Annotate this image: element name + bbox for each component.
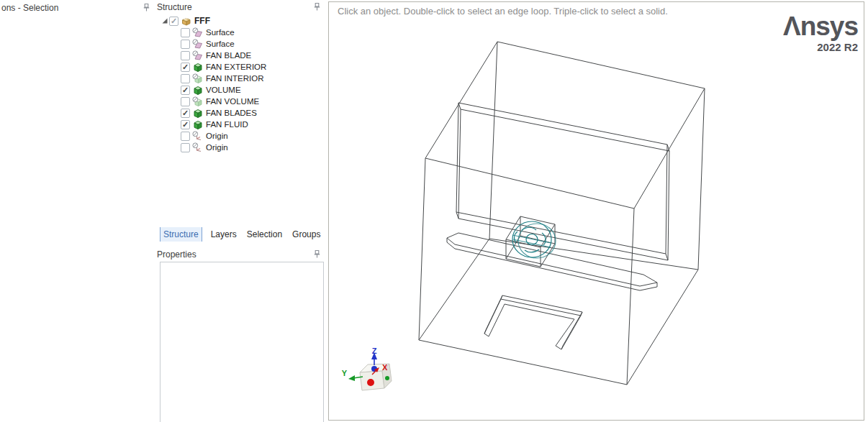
- visibility-checkbox[interactable]: ✓: [181, 86, 190, 95]
- fan-housing-wireframe: [506, 216, 555, 267]
- properties-content[interactable]: [160, 262, 324, 422]
- visibility-checkbox[interactable]: [181, 28, 190, 37]
- visibility-checkbox[interactable]: [181, 74, 190, 83]
- tree-item-fan-blade[interactable]: FAN BLADE: [160, 50, 324, 61]
- tree-item-fan-fluid[interactable]: ✓FAN FLUID: [160, 119, 324, 130]
- visibility-checkbox[interactable]: [181, 97, 190, 106]
- solid-visible-icon: [192, 62, 203, 73]
- solid-hidden-icon: [192, 96, 203, 107]
- wireframe-model-canvas[interactable]: Z X Y: [328, 1, 864, 421]
- visibility-checkbox[interactable]: [181, 40, 190, 49]
- tree-item-fan-volume[interactable]: FAN VOLUME: [160, 96, 324, 107]
- z-axis-label: Z: [372, 347, 377, 355]
- tab-layers[interactable]: Layers: [209, 227, 238, 242]
- structure-panel-tabs: StructureLayersSelectionGroupsViews: [160, 227, 355, 242]
- visibility-checkbox[interactable]: [181, 51, 190, 60]
- tree-item-label: VOLUME: [206, 86, 241, 94]
- tree-item-label: FAN BLADES: [206, 109, 257, 117]
- solid-visible-icon: [192, 108, 203, 119]
- structure-panel-title: Structure: [157, 2, 192, 12]
- triad-x-dot: [367, 379, 374, 386]
- tree-item-label: Origin: [206, 132, 228, 140]
- tree-item-fff[interactable]: ✓FFF: [160, 15, 324, 27]
- component-icon: [181, 16, 191, 27]
- tree-item-label: FAN EXTERIOR: [206, 63, 266, 71]
- visibility-checkbox[interactable]: ✓: [181, 63, 190, 72]
- tree-item-label: FAN VOLUME: [206, 97, 259, 106]
- tree-item-surface[interactable]: Surface: [160, 38, 324, 50]
- selection-panel-pin-icon[interactable]: [142, 3, 151, 12]
- tree-item-fan-exterior[interactable]: ✓FAN EXTERIOR: [160, 61, 324, 73]
- visibility-checkbox[interactable]: [181, 132, 190, 141]
- surface-hidden-icon: [192, 27, 203, 38]
- surface-hidden-icon: [192, 39, 203, 50]
- tree-item-label: FAN FLUID: [206, 120, 248, 129]
- tree-item-surface[interactable]: Surface: [160, 27, 324, 38]
- visibility-checkbox[interactable]: [181, 143, 190, 152]
- tree-item-volume[interactable]: ✓VOLUME: [160, 84, 324, 96]
- triad-y-dot: [385, 376, 389, 380]
- properties-panel-pin-icon[interactable]: [312, 249, 322, 259]
- structure-tree: ✓FFFSurfaceSurfaceFAN BLADE✓FAN EXTERIOR…: [160, 15, 324, 153]
- tree-item-fan-blades[interactable]: ✓FAN BLADES: [160, 107, 324, 119]
- solid-visible-icon: [192, 85, 203, 96]
- origin-hidden-icon: [192, 131, 203, 142]
- orientation-triad[interactable]: Z X Y: [342, 347, 392, 390]
- visibility-checkbox[interactable]: ✓: [181, 109, 190, 118]
- selection-panel-title: ons - Selection: [1, 3, 58, 13]
- tree-item-origin[interactable]: Origin: [160, 142, 324, 153]
- tree-item-origin[interactable]: Origin: [160, 130, 324, 142]
- tree-item-label: Surface: [206, 40, 235, 48]
- enclosure-box-wireframe: [419, 42, 705, 385]
- tab-structure[interactable]: Structure: [160, 227, 202, 242]
- tree-item-label: FAN INTERIOR: [206, 74, 264, 83]
- origin-hidden-icon: [192, 142, 203, 153]
- properties-panel-title: Properties: [157, 249, 196, 260]
- solid-hidden-icon: [192, 73, 203, 84]
- y-axis-arrow: [348, 375, 355, 381]
- surface-hidden-icon: [192, 50, 203, 61]
- x-axis-label: X: [382, 363, 388, 372]
- tree-item-label: Origin: [206, 143, 228, 152]
- tab-selection[interactable]: Selection: [245, 227, 284, 242]
- tab-groups[interactable]: Groups: [291, 227, 322, 242]
- y-axis-label: Y: [342, 369, 348, 377]
- tree-item-fan-interior[interactable]: FAN INTERIOR: [160, 73, 324, 84]
- visibility-checkbox[interactable]: ✓: [169, 17, 178, 26]
- tree-item-label: Surface: [206, 28, 235, 37]
- structure-panel-pin-icon[interactable]: [312, 2, 322, 12]
- spaceclaim-window: ons - Selection Structure ✓FFFSurfaceSur…: [0, 0, 868, 422]
- expander-collapse-icon[interactable]: [160, 17, 169, 24]
- solid-visible-icon: [192, 119, 203, 130]
- visibility-checkbox[interactable]: ✓: [181, 120, 190, 129]
- tree-item-label: FFF: [194, 16, 210, 26]
- tree-item-label: FAN BLADE: [206, 51, 251, 60]
